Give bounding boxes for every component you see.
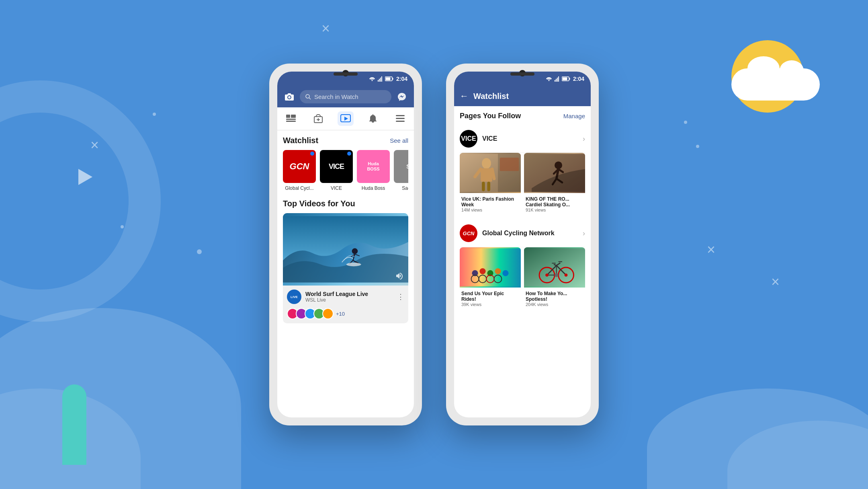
vice-video-2[interactable]: KING OF THE RO... Cardiel Skating O... 9…	[524, 153, 585, 214]
nav-tab-menu[interactable]	[392, 111, 408, 126]
watch-icon	[340, 114, 351, 123]
messenger-button-left[interactable]	[395, 90, 408, 103]
gcn-thumb: GCN	[283, 150, 316, 183]
svg-rect-33	[556, 79, 557, 82]
watchlist-item-huda[interactable]: HudaBOSS Huda Boss	[357, 150, 390, 191]
gcn-video-2[interactable]: How To Make Yo... Spotless! 204K views	[524, 247, 585, 308]
nav-tab-notifications[interactable]	[365, 111, 381, 126]
vice-video-1-thumb	[460, 153, 521, 193]
camera-button-left[interactable]	[283, 90, 296, 103]
gcn-video-1-info: Send Us Your Epic Rides! 39K views	[460, 288, 521, 308]
pages-section: Pages You Follow Manage VICE VICE ›	[454, 106, 591, 320]
vice-video-1-title: Vice UK: Paris Fashion Week	[461, 196, 519, 208]
watchlist-items-row: GCN Global Cycl... VICE VICE	[283, 150, 408, 191]
watchlist-header: ← Watchlist	[454, 86, 591, 106]
svg-point-31	[548, 80, 549, 81]
manage-link[interactable]: Manage	[563, 113, 585, 119]
vice-page-name: VICE	[482, 135, 583, 142]
gcn-video-2-title: How To Make Yo... Spotless!	[526, 291, 583, 302]
see-all-link[interactable]: See all	[390, 137, 408, 144]
video-subtitle: WSL Live	[305, 297, 393, 303]
vice-video-1-views: 14M views	[461, 208, 519, 212]
bg-arc-decoration	[0, 80, 161, 322]
gcn-videos-grid: Send Us Your Epic Rides! 39K views	[460, 247, 585, 308]
svg-rect-7	[385, 78, 390, 80]
svg-rect-20	[396, 115, 405, 116]
signal-icon-left	[378, 76, 383, 82]
vice-chevron-icon: ›	[583, 135, 585, 143]
vice-label: VICE	[331, 185, 342, 191]
pages-follow-title: Pages You Follow	[460, 112, 521, 120]
svg-rect-34	[557, 78, 558, 82]
search-bar-left[interactable]: Search in Watch	[300, 90, 391, 103]
svg-point-76	[565, 273, 568, 277]
svg-point-57	[479, 268, 485, 274]
left-phone-content: Watchlist See all GCN Global Cycl...	[277, 130, 414, 333]
volume-svg	[396, 272, 404, 279]
svg-point-30	[346, 263, 361, 266]
huda-label: Huda Boss	[362, 185, 385, 191]
back-button[interactable]: ←	[460, 91, 469, 101]
wsl-avatar: LIVE	[287, 290, 301, 304]
signal-icon-right	[555, 76, 559, 82]
phone-left: 2:04 Search in Watch	[269, 64, 422, 425]
svg-line-43	[492, 169, 494, 179]
featured-video-card[interactable]: LIVE World Surf League Live WSL Live ⋮	[283, 213, 408, 323]
bell-icon	[369, 114, 377, 123]
messenger-icon	[397, 92, 407, 102]
nav-tab-newsfeed[interactable]	[283, 111, 299, 126]
marketplace-icon	[314, 114, 323, 123]
vice-video-2-views: 91K views	[526, 208, 583, 212]
video-text-block: World Surf League Live WSL Live	[305, 291, 393, 303]
watchlist-item-sacred[interactable]: SA Sacre...	[394, 150, 408, 191]
gcn-page-logo-text: GCN	[463, 230, 475, 236]
more-options-button[interactable]: ⋮	[397, 292, 404, 301]
gcn-video-1-title: Send Us Your Epic Rides!	[461, 291, 519, 302]
gcn-chevron-icon: ›	[583, 229, 585, 238]
svg-rect-32	[555, 80, 555, 82]
vice-video-1[interactable]: Vice UK: Paris Fashion Week 14M views	[460, 153, 521, 214]
dot-1	[153, 113, 156, 116]
svg-rect-6	[392, 78, 393, 80]
gcn-video-1[interactable]: Send Us Your Epic Rides! 39K views	[460, 247, 521, 308]
page-row-gcn[interactable]: GCN Global Cycling Network ›	[460, 220, 585, 247]
watchlist-title: Watchlist	[283, 136, 318, 145]
svg-point-60	[502, 270, 508, 276]
svg-point-49	[555, 162, 562, 169]
vice-video-2-info: KING OF THE RO... Cardiel Skating O... 9…	[524, 193, 585, 214]
watchlist-item-vice[interactable]: VICE VICE	[320, 150, 353, 191]
huda-thumb: HudaBOSS	[357, 150, 390, 183]
sacred-label: Sacre...	[402, 185, 408, 191]
vice-video-2-thumb	[524, 153, 585, 193]
gcn-page-name: Global Cycling Network	[482, 230, 583, 237]
svg-rect-45	[487, 182, 490, 191]
gcn-video-2-views: 204K views	[526, 302, 583, 307]
svg-rect-4	[381, 76, 382, 82]
svg-rect-47	[500, 158, 519, 171]
battery-icon-right	[562, 76, 571, 81]
watchlist-item-gcn[interactable]: GCN Global Cycl...	[283, 150, 316, 191]
svg-rect-22	[396, 121, 405, 122]
svg-point-59	[495, 268, 501, 274]
nav-tabs-left	[277, 107, 414, 130]
page-row-vice[interactable]: VICE VICE ›	[460, 125, 585, 153]
reaction-avatar-5	[322, 308, 334, 319]
svg-point-9	[306, 95, 309, 98]
vice-videos-grid: Vice UK: Paris Fashion Week 14M views	[460, 153, 585, 214]
svg-rect-44	[482, 182, 485, 191]
nav-tab-marketplace[interactable]	[310, 111, 326, 126]
vice-dot	[347, 152, 351, 156]
vice-page-logo-text: VICE	[461, 135, 476, 142]
bike-art	[524, 247, 585, 288]
menu-icon	[396, 115, 405, 122]
gcn-video-1-thumb	[460, 247, 521, 288]
svg-point-24	[352, 248, 358, 254]
video-title: World Surf League Live	[305, 291, 393, 297]
skate-art	[524, 153, 585, 193]
vice-thumb: VICE	[320, 150, 353, 183]
gcn-video-2-thumb	[524, 247, 585, 288]
svg-rect-35	[558, 76, 559, 82]
dot-5	[696, 145, 699, 148]
nav-tab-watch[interactable]	[338, 111, 354, 126]
top-videos-title: Top Videos for You	[283, 199, 355, 208]
